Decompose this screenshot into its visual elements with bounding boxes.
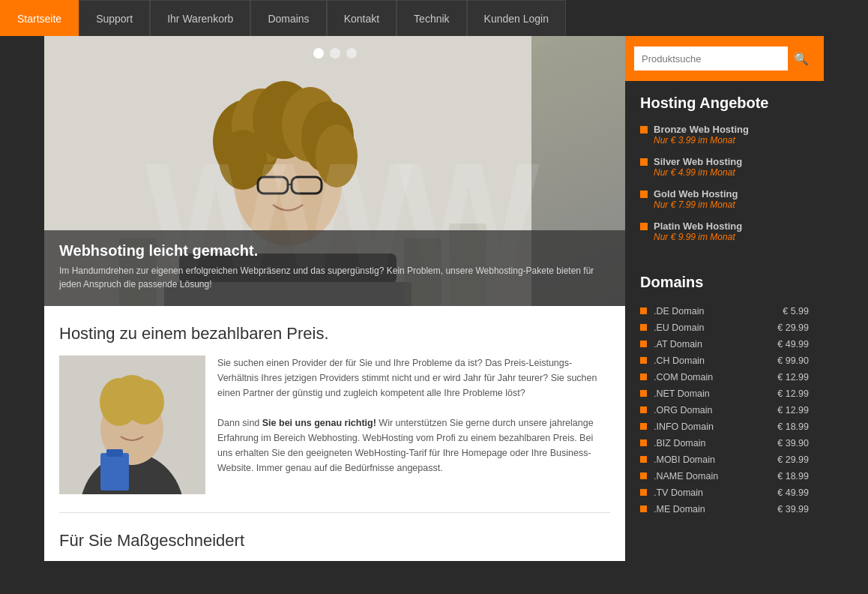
hosting-platin: Platin Web Hosting Nur € 9.99 im Monat	[640, 220, 809, 242]
domain-indicator	[640, 320, 654, 336]
section-text-1: Sie suchen einen Provider der für Sie un…	[217, 356, 610, 400]
hero-dot-2[interactable]	[330, 48, 340, 58]
svg-point-9	[316, 124, 358, 188]
domain-indicator	[640, 501, 654, 518]
domain-name: .CH Domain	[654, 352, 758, 369]
orange-indicator	[640, 223, 648, 230]
domain-name: .DE Domain	[654, 303, 758, 320]
domain-price: € 12.99	[758, 386, 809, 402]
hero-dot-1[interactable]	[313, 48, 324, 58]
nav-item-domains[interactable]: Domains	[250, 0, 326, 36]
hosting-section-text: Sie suchen einen Provider der für Sie un…	[217, 356, 610, 494]
domains-title: Domains	[640, 274, 809, 291]
search-button[interactable]: 🔍	[788, 46, 815, 70]
domain-name: .EU Domain	[654, 320, 758, 336]
domain-name: .TV Domain	[654, 484, 758, 501]
orange-indicator	[640, 190, 648, 198]
search-bar: 🔍	[625, 36, 824, 81]
domain-price: € 49.99	[758, 336, 809, 352]
silver-name: Silver Web Hosting	[654, 156, 742, 167]
domain-price: € 18.99	[758, 468, 809, 484]
nav-item-warenkorb[interactable]: Ihr Warenkorb	[150, 0, 250, 36]
domain-price: € 49.99	[758, 484, 809, 501]
hosting-silver: Silver Web Hosting Nur € 4.99 im Monat	[640, 156, 809, 178]
domain-price: € 12.99	[758, 402, 809, 418]
hosting-offers-section: Hosting Angebote Bronze Web Hosting Nur …	[625, 81, 824, 260]
domain-name: .NET Domain	[654, 386, 758, 402]
svg-rect-26	[100, 453, 129, 490]
domain-row: .DE Domain € 5.99	[640, 303, 809, 320]
gold-name: Gold Web Hosting	[654, 188, 738, 200]
domain-indicator	[640, 435, 654, 452]
svg-point-10	[219, 130, 267, 190]
platin-price: Nur € 9.99 im Monat	[654, 232, 809, 242]
hero-dot-3[interactable]	[346, 48, 357, 58]
hero-caption-text: Im Handumdrehen zur eigenen erfolgreiche…	[59, 264, 610, 291]
domain-price: € 99.90	[758, 352, 809, 369]
domain-price: € 18.99	[758, 418, 809, 435]
nav-item-support[interactable]: Support	[79, 0, 150, 36]
gold-price: Nur € 7.99 im Monat	[654, 200, 809, 210]
domain-name: .ME Domain	[654, 501, 758, 518]
domain-price: € 29.99	[758, 452, 809, 468]
hosting-image	[59, 356, 205, 494]
woman-svg	[59, 356, 205, 494]
hosting-offers-title: Hosting Angebote	[640, 94, 809, 112]
svg-point-25	[125, 380, 164, 424]
hero-caption-title: Webhsoting leicht gemacht.	[59, 242, 610, 260]
domain-row: .ME Domain € 39.99	[640, 501, 809, 518]
domain-indicator	[640, 418, 654, 435]
domains-section: Domains .DE Domain € 5.99 .EU Domain € 2…	[625, 260, 824, 525]
bronze-name: Bronze Web Hosting	[654, 124, 749, 135]
orange-indicator	[640, 158, 648, 166]
domain-name: .BIZ Domain	[654, 435, 758, 452]
domain-row: .INFO Domain € 18.99	[640, 418, 809, 435]
nav-item-startseite[interactable]: Startseite	[0, 0, 79, 36]
domain-indicator	[640, 303, 654, 320]
domain-row: .BIZ Domain € 39.90	[640, 435, 809, 452]
svg-rect-27	[106, 449, 123, 457]
domain-price: € 39.99	[758, 501, 809, 518]
domain-indicator	[640, 468, 654, 484]
hosting-section-row: Sie suchen einen Provider der für Sie un…	[59, 356, 610, 494]
domain-price: € 39.90	[758, 435, 809, 452]
section-text-2: Dann sind Sie bei uns genau richtig! Wir…	[217, 416, 610, 476]
domain-row: .MOBI Domain € 29.99	[640, 452, 809, 468]
custom-section: Für Sie Maßgeschneidert	[44, 513, 625, 558]
domain-row: .EU Domain € 29.99	[640, 320, 809, 336]
hosting-bronze: Bronze Web Hosting Nur € 3.99 im Monat	[640, 124, 809, 146]
domain-indicator	[640, 484, 654, 501]
bronze-price: Nur € 3.99 im Monat	[654, 135, 809, 146]
domain-price: € 29.99	[758, 320, 809, 336]
domain-name: .COM Domain	[654, 369, 758, 386]
domain-name: .MOBI Domain	[654, 452, 758, 468]
hosting-section-title: Hosting zu einem bezahlbaren Preis.	[59, 324, 610, 344]
content-area: WWW Webhsoting leicht gemacht. Im Handum…	[44, 36, 625, 561]
hero-banner: WWW Webhsoting leicht gemacht. Im Handum…	[44, 36, 625, 306]
custom-section-title: Für Sie Maßgeschneidert	[59, 531, 610, 550]
domain-indicator	[640, 352, 654, 369]
domain-price: € 5.99	[758, 303, 809, 320]
sidebar: 🔍 Hosting Angebote Bronze Web Hosting Nu…	[625, 36, 824, 561]
domain-row: .NAME Domain € 18.99	[640, 468, 809, 484]
nav-item-kontakt[interactable]: Kontakt	[327, 0, 397, 36]
main-wrapper: WWW Webhsoting leicht gemacht. Im Handum…	[44, 36, 824, 561]
silver-price: Nur € 4.99 im Monat	[654, 167, 809, 178]
domain-indicator	[640, 386, 654, 402]
domain-row: .CH Domain € 99.90	[640, 352, 809, 369]
orange-indicator	[640, 126, 648, 134]
domain-price: € 12.99	[758, 369, 809, 386]
search-input[interactable]	[634, 46, 788, 70]
nav-item-kunden-login[interactable]: Kunden Login	[467, 0, 566, 36]
hosting-section: Hosting zu einem bezahlbaren Preis.	[44, 306, 625, 512]
domain-row: .TV Domain € 49.99	[640, 484, 809, 501]
hero-caption: Webhsoting leicht gemacht. Im Handumdreh…	[44, 230, 625, 306]
domain-name: .INFO Domain	[654, 418, 758, 435]
domain-row: .AT Domain € 49.99	[640, 336, 809, 352]
domain-row: .COM Domain € 12.99	[640, 369, 809, 386]
search-icon: 🔍	[794, 52, 809, 66]
domain-indicator	[640, 369, 654, 386]
domain-indicator	[640, 452, 654, 468]
domain-name: .ORG Domain	[654, 402, 758, 418]
nav-item-technik[interactable]: Technik	[397, 0, 466, 36]
